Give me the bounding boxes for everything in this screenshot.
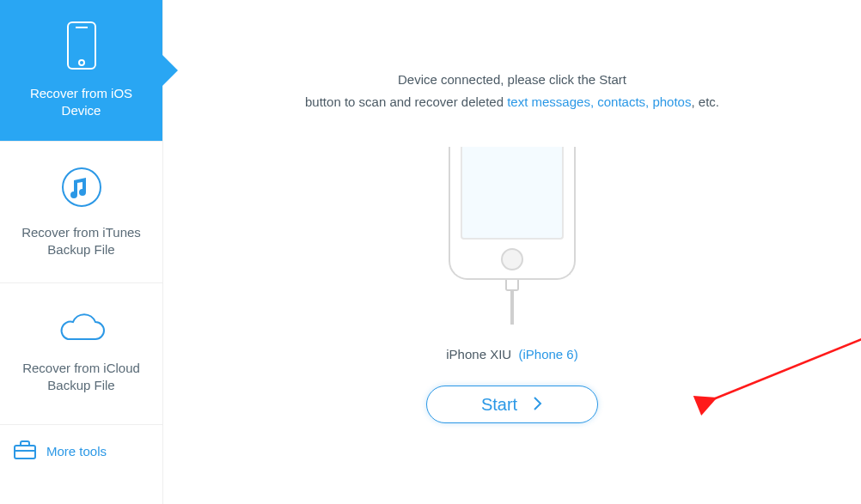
phone-screen [461, 147, 564, 240]
cable-tip-icon [505, 279, 519, 291]
device-name: iPhone XIU [446, 347, 511, 361]
sidebar-item-label: Recover from iCloud Backup File [10, 360, 152, 395]
phone-outline-icon [449, 147, 576, 280]
cable-icon [510, 290, 514, 325]
start-button[interactable]: Start [426, 386, 598, 423]
sidebar-item-recover-icloud[interactable]: Recover from iCloud Backup File [0, 283, 162, 425]
sidebar-item-recover-ios[interactable]: Recover from iOS Device [0, 0, 162, 142]
device-info: iPhone XIU (iPhone 6) [446, 347, 577, 361]
sidebar: Recover from iOS Device Recover from iTu… [0, 0, 163, 504]
sidebar-item-recover-itunes[interactable]: Recover from iTunes Backup File [0, 142, 162, 283]
intro-text: Device connected, please click the Start… [305, 69, 719, 112]
phone-home-button-icon [501, 248, 523, 270]
sidebar-item-more-tools[interactable]: More tools [0, 425, 162, 478]
music-note-circle-icon [60, 166, 103, 212]
sidebar-item-label: Recover from iTunes Backup File [10, 224, 152, 259]
chevron-right-icon [533, 394, 543, 416]
sidebar-item-label: Recover from iOS Device [10, 85, 152, 120]
intro-line-1: Device connected, please click the Start [305, 69, 719, 91]
intro-link-types[interactable]: text messages, contacts, photos [507, 94, 691, 109]
start-button-label: Start [481, 395, 517, 415]
main-panel: Device connected, please click the Start… [163, 0, 861, 504]
svg-point-1 [79, 60, 84, 65]
device-model: (iPhone 6) [519, 347, 578, 361]
phone-icon [67, 21, 96, 73]
svg-rect-4 [15, 446, 35, 458]
annotation-arrow-icon [687, 318, 861, 421]
svg-line-6 [713, 326, 861, 399]
toolbox-icon [14, 440, 36, 463]
sidebar-item-label: More tools [46, 443, 107, 460]
svg-rect-0 [68, 22, 95, 69]
cloud-icon [58, 313, 106, 348]
intro-line-2: button to scan and recover deleted text … [305, 91, 719, 113]
device-illustration [449, 147, 576, 325]
svg-point-3 [63, 168, 101, 206]
